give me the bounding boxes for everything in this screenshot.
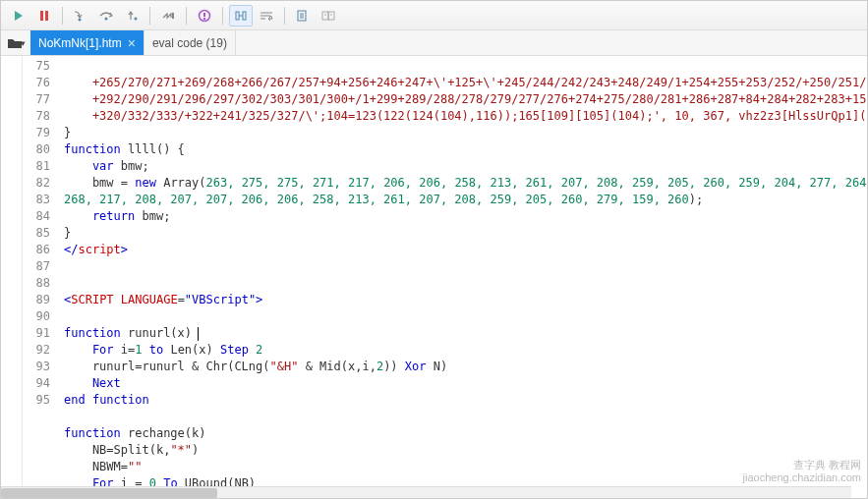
svg-rect-0	[40, 11, 43, 21]
line-numbers: 75 76 77 78 79 80 81 82 83 84 85 86 87 8…	[23, 56, 58, 486]
svg-rect-9	[236, 12, 239, 20]
svg-point-2	[79, 18, 82, 21]
scrollbar-thumb[interactable]	[1, 488, 217, 498]
code-content[interactable]: +265/270/271+269/268+266/267/257+94+256+…	[58, 56, 867, 486]
separator	[222, 7, 223, 25]
separator	[62, 7, 63, 25]
horizontal-scrollbar[interactable]	[1, 486, 851, 498]
svg-rect-13	[328, 12, 334, 20]
step-into-button[interactable]	[69, 5, 92, 27]
tab-active[interactable]: NoKmNk[1].htm ×	[30, 30, 145, 55]
svg-rect-1	[45, 11, 48, 21]
break-all-button[interactable]	[156, 5, 180, 27]
source-map-button[interactable]	[291, 5, 315, 27]
word-wrap-button[interactable]	[255, 5, 278, 27]
step-over-button[interactable]	[94, 5, 118, 27]
separator	[284, 7, 285, 25]
library-button[interactable]	[317, 5, 340, 27]
play-button[interactable]	[7, 5, 30, 27]
svg-rect-12	[322, 12, 328, 20]
separator	[149, 7, 150, 25]
code-editor: 75 76 77 78 79 80 81 82 83 84 85 86 87 8…	[1, 56, 867, 486]
file-picker-icon[interactable]: ▾	[1, 30, 30, 55]
tab-label: NoKmNk[1].htm	[38, 36, 122, 50]
tab-bar: ▾ NoKmNk[1].htm × eval code (19)	[1, 30, 867, 56]
format-button[interactable]	[229, 5, 253, 27]
svg-rect-5	[172, 13, 174, 19]
svg-rect-10	[243, 12, 246, 20]
svg-rect-8	[203, 18, 205, 20]
pause-button[interactable]	[32, 5, 56, 27]
close-icon[interactable]: ×	[128, 35, 136, 51]
tab-label: eval code (19)	[152, 36, 227, 50]
svg-rect-7	[203, 13, 205, 17]
step-out-button[interactable]	[120, 5, 144, 27]
breakpoint-gutter[interactable]	[1, 56, 23, 486]
tab-inactive[interactable]: eval code (19)	[145, 30, 236, 55]
exception-button[interactable]	[193, 5, 216, 27]
debugger-toolbar	[1, 1, 867, 30]
svg-point-3	[105, 17, 108, 20]
separator	[186, 7, 187, 25]
svg-point-4	[135, 17, 138, 20]
